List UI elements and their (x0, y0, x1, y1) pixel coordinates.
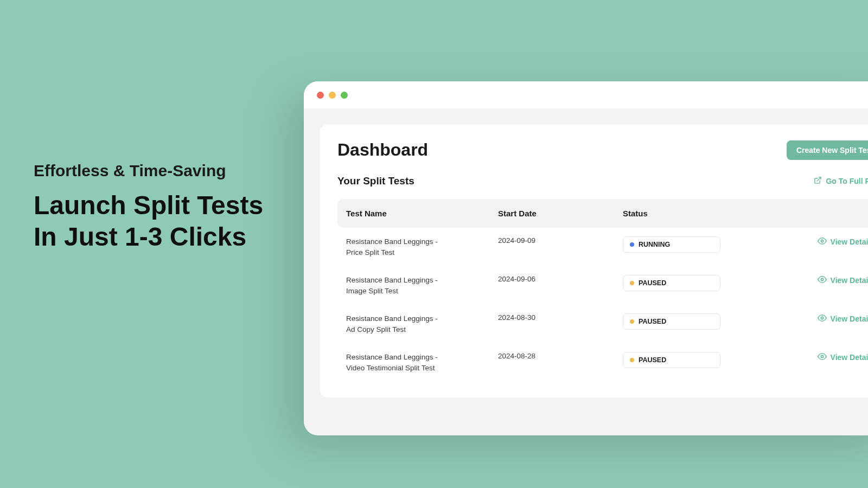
window-body: Dashboard Create New Split Test Your Spl… (304, 108, 868, 435)
minimize-icon[interactable] (329, 92, 336, 99)
external-link-icon (814, 176, 822, 186)
marketing-eyebrow: Effortless & Time-Saving (34, 162, 263, 180)
cell-status: PAUSED (623, 313, 780, 330)
cell-status: RUNNING (623, 236, 780, 253)
cell-action: View Details (780, 236, 868, 247)
view-details-label: View Details (831, 237, 868, 246)
cell-test-name: Resistance Band Leggings - Ad Copy Split… (346, 313, 444, 335)
cell-action: View Details (780, 275, 868, 286)
cell-test-name: Resistance Band Leggings - Image Split T… (346, 275, 444, 296)
cell-status: PAUSED (623, 352, 780, 368)
view-details-link[interactable]: View Details (818, 236, 868, 247)
cell-start-date: 2024-09-09 (498, 236, 623, 245)
status-badge: PAUSED (623, 352, 720, 368)
cell-start-date: 2024-08-28 (498, 352, 623, 360)
svg-point-1 (821, 240, 823, 242)
table-row: Resistance Band Leggings - Price Split T… (337, 228, 868, 266)
headline-line-2: In Just 1-3 Clicks (34, 221, 263, 253)
section-title: Your Split Tests (337, 175, 414, 187)
status-dot-icon (630, 242, 634, 247)
view-details-label: View Details (831, 276, 868, 285)
status-label: PAUSED (639, 356, 666, 364)
section-header: Your Split Tests Go To Full Page (337, 175, 868, 187)
eye-icon (818, 236, 827, 247)
status-label: PAUSED (639, 318, 666, 325)
status-badge: PAUSED (623, 313, 720, 330)
dashboard-card: Dashboard Create New Split Test Your Spl… (320, 125, 868, 397)
eye-icon (818, 313, 827, 324)
status-dot-icon (630, 319, 634, 324)
eye-icon (818, 275, 827, 286)
headline-line-1: Launch Split Tests (34, 190, 263, 221)
card-header: Dashboard Create New Split Test (337, 140, 868, 160)
page-title: Dashboard (337, 140, 428, 160)
view-details-label: View Details (831, 353, 868, 362)
col-start-date: Start Date (498, 209, 623, 218)
status-badge: RUNNING (623, 236, 720, 253)
status-label: RUNNING (639, 241, 670, 248)
table-row: Resistance Band Leggings - Ad Copy Split… (337, 305, 868, 343)
col-test-name: Test Name (346, 209, 498, 218)
table-row: Resistance Band Leggings - Image Split T… (337, 266, 868, 305)
table-row: Resistance Band Leggings - Video Testimo… (337, 343, 868, 382)
svg-point-3 (821, 317, 823, 319)
table-body: Resistance Band Leggings - Price Split T… (337, 228, 868, 382)
create-split-test-button[interactable]: Create New Split Test (787, 140, 868, 160)
status-badge: PAUSED (623, 275, 720, 291)
status-dot-icon (630, 281, 634, 285)
marketing-copy: Effortless & Time-Saving Launch Split Te… (34, 162, 263, 252)
cell-test-name: Resistance Band Leggings - Video Testimo… (346, 352, 444, 373)
col-actions (780, 209, 868, 218)
cell-status: PAUSED (623, 275, 780, 291)
cell-test-name: Resistance Band Leggings - Price Split T… (346, 236, 444, 258)
go-to-full-page-link[interactable]: Go To Full Page (814, 176, 868, 186)
view-details-label: View Details (831, 314, 868, 323)
svg-point-4 (821, 356, 823, 358)
marketing-headline: Launch Split Tests In Just 1-3 Clicks (34, 190, 263, 252)
app-window: Dashboard Create New Split Test Your Spl… (304, 81, 868, 435)
cell-start-date: 2024-09-06 (498, 275, 623, 283)
window-titlebar (304, 81, 868, 108)
cell-action: View Details (780, 313, 868, 324)
svg-point-2 (821, 279, 823, 281)
cell-start-date: 2024-08-30 (498, 313, 623, 322)
close-icon[interactable] (317, 92, 324, 99)
status-dot-icon (630, 358, 634, 362)
view-details-link[interactable]: View Details (818, 275, 868, 286)
cell-action: View Details (780, 352, 868, 363)
view-details-link[interactable]: View Details (818, 352, 868, 363)
maximize-icon[interactable] (341, 92, 348, 99)
status-label: PAUSED (639, 279, 666, 287)
eye-icon (818, 352, 827, 363)
full-page-link-label: Go To Full Page (826, 177, 868, 185)
col-status: Status (623, 209, 780, 218)
table-header-row: Test Name Start Date Status (337, 199, 868, 228)
svg-line-0 (818, 177, 821, 181)
view-details-link[interactable]: View Details (818, 313, 868, 324)
